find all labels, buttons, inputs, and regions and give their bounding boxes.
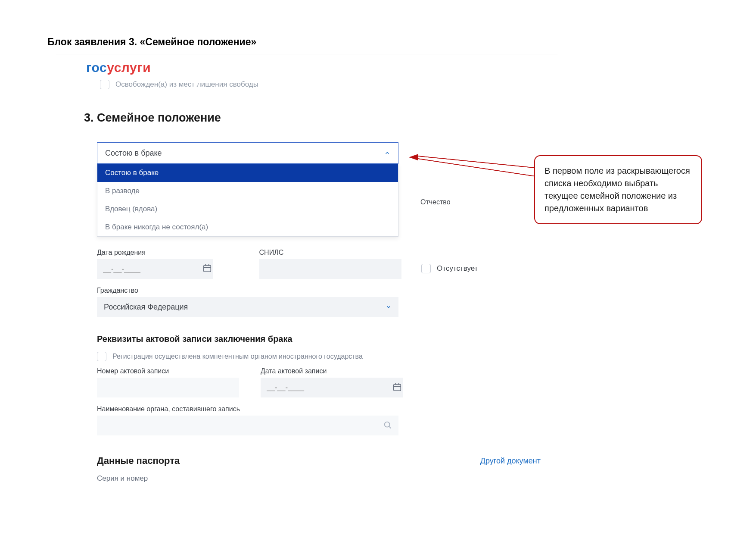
record-number-input[interactable] [97,378,239,397]
search-icon[interactable] [383,420,392,430]
authority-label: Наименование органа, составившего запись [97,405,549,413]
callout-arrow-icon [409,151,543,194]
svg-point-8 [385,422,390,427]
record-date-field: Дата актовой записи [261,367,407,397]
snils-field: СНИЛС [259,249,404,279]
chevron-up-icon [384,150,390,156]
citizenship-value: Российская Федерация [104,303,188,312]
foreign-registration-row: Регистрация осуществлена компетентным ор… [97,352,549,361]
document-title: Блок заявления 3. «Семейное положение» [47,36,256,48]
svg-rect-4 [394,385,401,391]
marital-option-widowed[interactable]: Вдовец (вдова) [97,200,398,218]
marital-dropdown-list: Состою в браке В разводе Вдовец (вдова) … [97,164,398,237]
snils-label: СНИЛС [259,249,404,257]
citizenship-field: Гражданство Российская Федерация [97,287,398,317]
svg-line-11 [418,159,538,177]
marital-option-never[interactable]: В браке никогда не состоял(а) [97,218,398,236]
calendar-icon[interactable] [202,263,212,273]
citizenship-select[interactable]: Российская Федерация [97,297,398,317]
passport-heading-row: Данные паспорта Другой документ [97,455,541,466]
calendar-icon[interactable] [392,382,402,392]
absent-checkbox[interactable] [421,264,431,273]
authority-input[interactable] [97,416,398,435]
svg-line-10 [418,156,538,168]
logo-part-uslugi: услуги [107,60,151,75]
section-heading: 3. Семейное положение [84,111,221,125]
svg-rect-0 [203,266,211,272]
released-checkbox[interactable] [100,80,109,89]
dob-label: Дата рождения [97,249,242,257]
record-number-label: Номер актовой записи [97,367,243,375]
logo-part-gos: гос [86,60,107,75]
foreign-registration-label: Регистрация осуществлена компетентным ор… [112,353,363,360]
absent-checkbox-label: Отсутствует [437,264,478,273]
marital-option-married[interactable]: Состою в браке [97,164,398,182]
snils-input[interactable] [259,259,401,279]
svg-line-9 [389,426,391,428]
authority-field: Наименование органа, составившего запись [97,405,549,435]
dob-input[interactable] [97,259,213,279]
series-label: Серия и номер [97,474,549,483]
passport-heading: Данные паспорта [97,455,180,466]
released-checkbox-label: Освобожден(а) из мест лишения свободы [115,80,258,89]
marital-dropdown-header[interactable]: Состою в браке [97,142,398,164]
instruction-callout: В первом поле из раскрывающегося списка … [534,155,702,224]
record-date-input[interactable] [261,378,403,397]
chevron-down-icon [386,304,392,310]
marriage-record-heading: Реквизиты актовой записи заключения брак… [97,334,549,344]
record-date-label: Дата актовой записи [261,367,407,375]
marital-status-dropdown[interactable]: Состою в браке Состою в браке В разводе … [97,142,398,237]
marital-dropdown-selected: Состою в браке [105,149,162,158]
dob-field: Дата рождения [97,249,242,279]
marital-option-divorced[interactable]: В разводе [97,182,398,200]
other-document-link[interactable]: Другой документ [480,457,541,466]
record-number-field: Номер актовой записи [97,367,243,397]
foreign-registration-checkbox[interactable] [97,352,106,361]
absent-checkbox-group: Отсутствует [421,249,549,279]
patronymic-label: Отчество [420,198,451,206]
citizenship-label: Гражданство [97,287,398,294]
released-checkbox-row: Освобожден(а) из мест лишения свободы [100,80,258,89]
gosuslugi-logo: госуслуги [86,60,151,75]
